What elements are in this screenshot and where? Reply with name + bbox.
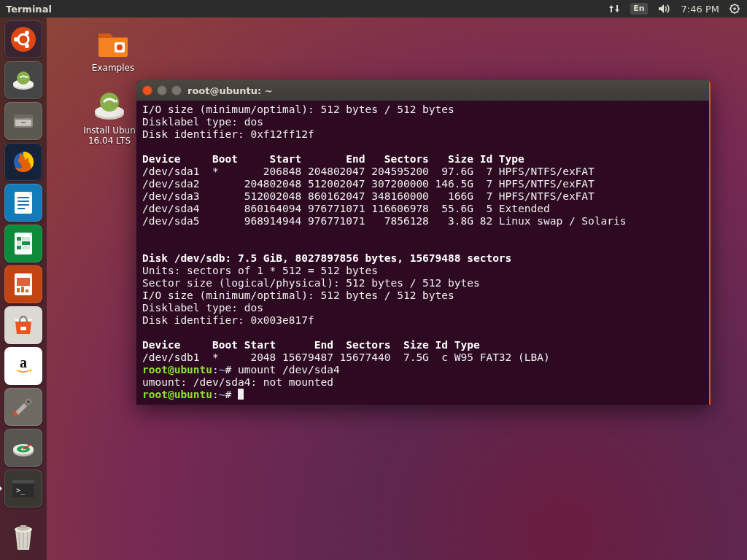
term-line: Disk identifier: 0xf12ff12f (142, 128, 314, 140)
svg-point-17 (17, 71, 30, 85)
svg-rect-21 (21, 122, 26, 123)
launcher-firefox[interactable] (4, 143, 42, 181)
cursor-icon (238, 389, 244, 400)
launcher-gparted[interactable] (4, 429, 42, 467)
svg-point-12 (14, 37, 18, 42)
launcher-software[interactable] (4, 306, 42, 344)
clock-text: 7:46 PM (681, 4, 719, 15)
svg-rect-36 (17, 278, 30, 286)
svg-point-59 (117, 44, 123, 50)
prompt-sep: : (212, 389, 219, 400)
svg-rect-39 (26, 289, 28, 292)
term-row: /dev/sda3 512002048 860162047 348160000 … (142, 190, 595, 202)
term-line: Units: sectors of 1 * 512 = 512 bytes (142, 265, 378, 276)
launcher-writer[interactable] (4, 184, 42, 222)
term-cmd: umount /dev/sda4 (238, 364, 340, 376)
svg-text:>_: >_ (16, 486, 26, 495)
prompt-sym: # (225, 389, 232, 400)
top-menubar: Terminal En 7:46 PM (0, 0, 747, 18)
svg-point-1 (733, 7, 736, 10)
svg-rect-34 (22, 246, 30, 249)
session-indicator[interactable] (729, 4, 740, 14)
launcher-amazon[interactable]: a (4, 347, 42, 385)
svg-rect-33 (17, 246, 21, 249)
prompt-sep: : (212, 364, 219, 376)
launcher-ubiquity[interactable] (4, 61, 42, 99)
window-minimize-button[interactable] (157, 85, 167, 96)
term-row: /dev/sda5 968914944 976771071 7856128 3.… (142, 215, 626, 227)
launcher-impress[interactable] (4, 265, 42, 303)
software-icon (11, 314, 36, 337)
svg-point-44 (27, 400, 30, 403)
settings-icon (11, 394, 36, 419)
svg-rect-40 (20, 327, 26, 330)
ime-indicator[interactable]: En (630, 3, 647, 15)
launcher-files[interactable] (4, 102, 42, 140)
launcher-settings[interactable] (4, 388, 42, 426)
svg-rect-30 (22, 237, 30, 241)
term-row: /dev/sdb1 * 2048 15679487 15677440 7.5G … (142, 351, 550, 363)
install-icon (11, 68, 36, 93)
desktop-icon-examples[interactable]: Examples (77, 25, 150, 73)
svg-rect-19 (14, 114, 33, 118)
term-row: /dev/sda1 * 206848 204802047 204595200 9… (142, 166, 595, 177)
svg-rect-57 (20, 525, 26, 528)
svg-line-9 (738, 5, 738, 6)
launcher-trash[interactable] (4, 518, 42, 556)
term-line: Disk identifier: 0x003e817f (142, 314, 314, 326)
ime-label: En (630, 3, 647, 15)
window-title: root@ubuntu: ~ (187, 85, 273, 96)
sound-indicator[interactable] (658, 4, 671, 14)
svg-rect-32 (22, 241, 30, 245)
window-close-button[interactable] (142, 85, 152, 96)
terminal-body[interactable]: I/O size (minimum/optimal): 512 bytes / … (136, 101, 709, 405)
svg-rect-50 (12, 480, 34, 483)
network-indicator[interactable] (608, 4, 620, 14)
svg-rect-23 (15, 192, 32, 214)
impress-icon (12, 272, 34, 297)
term-row: /dev/sda2 204802048 512002047 307200000 … (142, 178, 595, 190)
window-titlebar[interactable]: root@ubuntu: ~ (136, 80, 709, 101)
gear-icon (729, 4, 740, 14)
svg-rect-38 (21, 287, 24, 292)
network-updown-icon (608, 4, 620, 14)
window-maximize-button[interactable] (171, 85, 182, 96)
terminal-window: root@ubuntu: ~ I/O size (minimum/optimal… (136, 80, 711, 405)
ubuntu-logo-icon (10, 26, 36, 52)
desktop-icon-install[interactable]: Install Ubun 16.04 LTS (73, 88, 146, 146)
trash-icon (9, 521, 38, 553)
term-line: umount: /dev/sda4: not mounted (142, 376, 333, 388)
desktop-icon-label-line1: Install Ubun (73, 125, 146, 136)
folder-icon (96, 26, 131, 58)
writer-icon (12, 190, 34, 215)
calc-icon (12, 231, 34, 256)
term-header: Disk /dev/sdb: 7.5 GiB, 8027897856 bytes… (142, 252, 511, 264)
svg-line-7 (738, 12, 738, 12)
term-header: Device Boot Start End Sectors Size Id Ty… (142, 153, 525, 165)
term-row: /dev/sda4 860164094 976771071 116606978 … (142, 203, 550, 214)
svg-line-6 (731, 5, 732, 6)
desktop-icon-label: Examples (77, 63, 150, 73)
term-line: I/O size (minimum/optimal): 512 bytes / … (142, 289, 454, 301)
prompt-path: ~ (219, 389, 225, 400)
install-icon (92, 88, 127, 122)
term-line: I/O size (minimum/optimal): 512 bytes / … (142, 104, 454, 115)
disk-icon (11, 437, 36, 459)
terminal-icon: >_ (11, 478, 36, 499)
svg-line-8 (731, 12, 732, 12)
svg-rect-31 (17, 241, 21, 245)
term-line: Sector size (logical/physical): 512 byte… (142, 277, 480, 289)
files-icon (11, 110, 36, 132)
term-line: Disklabel type: dos (142, 116, 263, 128)
amazon-icon: a (12, 355, 34, 377)
launcher-calc[interactable] (4, 225, 42, 262)
launcher-terminal[interactable]: >_ (4, 470, 42, 508)
launcher-dash[interactable] (4, 20, 42, 58)
clock-indicator[interactable]: 7:46 PM (681, 4, 719, 15)
firefox-icon (10, 149, 36, 175)
svg-rect-29 (17, 237, 21, 241)
prompt-sym: # (225, 364, 232, 376)
svg-text:a: a (20, 355, 27, 370)
prompt-user: root@ubuntu (142, 389, 212, 400)
term-header: Device Boot Start End Sectors Size Id Ty… (142, 339, 480, 351)
